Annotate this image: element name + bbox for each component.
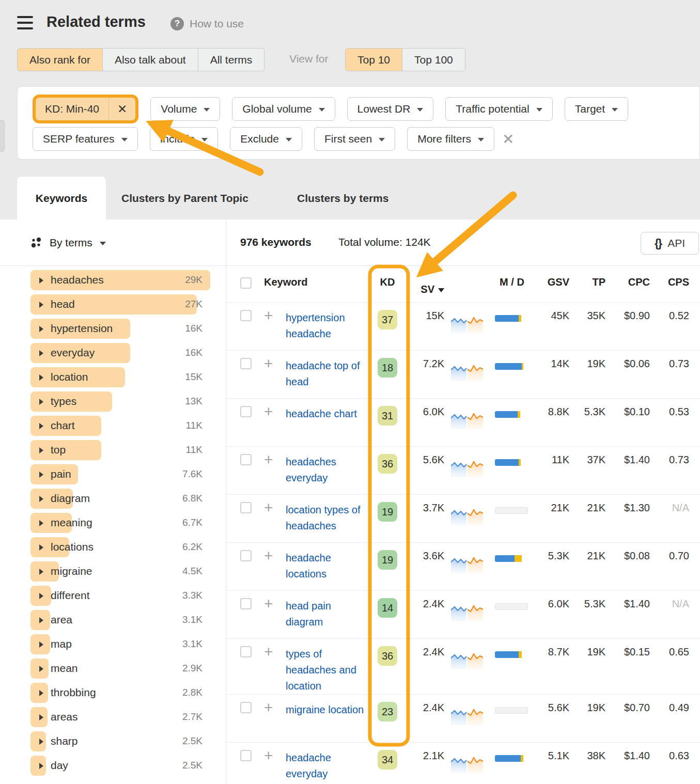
expand-caret-icon[interactable]: [39, 326, 43, 332]
add-to-list-icon[interactable]: +: [264, 499, 273, 516]
row-checkbox[interactable]: [240, 702, 252, 713]
expand-caret-icon[interactable]: [39, 423, 43, 429]
group-by-terms-dropdown[interactable]: By terms: [31, 237, 106, 249]
tab-clusters-by-parent-topic[interactable]: Clusters by Parent Topic: [121, 177, 248, 220]
filter-include[interactable]: Include: [150, 127, 219, 151]
keyword-link[interactable]: headaches everyday: [286, 456, 336, 483]
row-checkbox[interactable]: [240, 406, 252, 417]
add-to-list-icon[interactable]: +: [264, 595, 273, 612]
table-row[interactable]: + hypertension headache 37 15K: [226, 302, 700, 350]
filter-traffic-potential[interactable]: Traffic potential: [445, 97, 552, 121]
term-list-item[interactable]: different 3.3K: [30, 586, 203, 606]
expand-caret-icon[interactable]: [39, 739, 43, 745]
filter-global-volume[interactable]: Global volume: [232, 97, 335, 121]
expand-caret-icon[interactable]: [39, 496, 43, 502]
term-list-item[interactable]: everyday 16K: [30, 343, 203, 363]
keyword-link[interactable]: headache chart: [286, 408, 361, 419]
row-checkbox[interactable]: [240, 750, 252, 761]
row-checkbox[interactable]: [240, 454, 252, 465]
expand-caret-icon[interactable]: [39, 714, 43, 720]
expand-caret-icon[interactable]: [39, 277, 43, 284]
menu-icon[interactable]: [17, 16, 33, 29]
expand-caret-icon[interactable]: [39, 641, 43, 648]
expand-caret-icon[interactable]: [39, 544, 43, 551]
expand-caret-icon[interactable]: [39, 350, 43, 356]
expand-caret-icon[interactable]: [39, 617, 43, 623]
table-row[interactable]: + headaches everyday 36 5.6K: [226, 446, 700, 494]
term-list-item[interactable]: headaches 29K: [30, 270, 203, 290]
term-list-item[interactable]: migraine 4.5K: [30, 561, 203, 582]
range-top-10[interactable]: Top 10: [346, 49, 402, 71]
expand-caret-icon[interactable]: [39, 763, 43, 769]
keyword-link[interactable]: location types of headaches: [286, 504, 361, 531]
expand-caret-icon[interactable]: [39, 447, 43, 453]
table-row[interactable]: + head pain diagram 14 2.4K: [226, 590, 700, 638]
filter-more-filters[interactable]: More filters: [407, 127, 494, 151]
table-row[interactable]: + location types of headaches 19 3.7K: [226, 494, 700, 542]
term-list-item[interactable]: diagram 6.8K: [30, 489, 203, 509]
term-list-item[interactable]: sharp 2.5K: [30, 731, 203, 751]
table-row[interactable]: + headache locations 19 3.6K: [226, 542, 700, 590]
term-list-item[interactable]: chart 11K: [30, 416, 203, 436]
term-list-item[interactable]: mean 2.9K: [30, 658, 203, 679]
add-to-list-icon[interactable]: +: [264, 643, 273, 660]
add-to-list-icon[interactable]: +: [264, 403, 273, 420]
add-to-list-icon[interactable]: +: [264, 307, 273, 324]
term-list-item[interactable]: throbbing 2.8K: [30, 683, 203, 703]
filter-lowest-dr[interactable]: Lowest DR: [347, 97, 434, 121]
term-list-item[interactable]: head 27K: [30, 294, 203, 315]
api-button[interactable]: {} API: [641, 232, 699, 255]
add-to-list-icon[interactable]: +: [264, 699, 273, 716]
filter-first-seen[interactable]: First seen: [314, 127, 395, 151]
term-list-item[interactable]: day 2.5K: [30, 756, 203, 776]
row-checkbox[interactable]: [240, 502, 252, 513]
expand-caret-icon[interactable]: [39, 593, 43, 599]
keyword-link[interactable]: headache everyday: [286, 752, 332, 779]
mode-also-rank-for[interactable]: Also rank for: [18, 49, 103, 71]
row-checkbox[interactable]: [240, 358, 252, 369]
keyword-link[interactable]: headache locations: [286, 552, 331, 579]
mode-all-terms[interactable]: All terms: [198, 49, 265, 71]
add-to-list-icon[interactable]: +: [264, 451, 273, 468]
expand-caret-icon[interactable]: [39, 569, 43, 575]
term-list-item[interactable]: areas 2.7K: [30, 707, 203, 727]
keyword-link[interactable]: head pain diagram: [286, 600, 331, 628]
table-row[interactable]: + headache chart 31 6.0K: [226, 398, 700, 446]
term-list-item[interactable]: types 13K: [30, 391, 203, 412]
term-list-item[interactable]: pain 7.6K: [30, 464, 203, 484]
table-row[interactable]: + migraine location 23 2.4K: [226, 694, 700, 742]
table-row[interactable]: + types of headaches and location 36 2.4…: [226, 638, 700, 694]
row-checkbox[interactable]: [240, 646, 252, 657]
kd-filter-remove-icon[interactable]: ✕: [108, 98, 135, 120]
expand-caret-icon[interactable]: [39, 690, 43, 696]
filter-serp-features[interactable]: SERP features: [33, 127, 138, 151]
expand-caret-icon[interactable]: [39, 302, 43, 308]
keyword-link[interactable]: headache top of head: [286, 360, 360, 387]
term-list-item[interactable]: hypertension 16K: [30, 319, 203, 339]
how-to-use-link[interactable]: ? How to use: [170, 17, 244, 30]
tab-keywords[interactable]: Keywords: [17, 177, 106, 220]
filter-target[interactable]: Target: [565, 97, 628, 121]
expand-caret-icon[interactable]: [39, 472, 43, 478]
keyword-link[interactable]: hypertension headache: [286, 312, 345, 339]
mode-also-talk-about[interactable]: Also talk about: [103, 49, 198, 71]
expand-caret-icon[interactable]: [39, 520, 43, 526]
term-list-item[interactable]: meaning 6.7K: [30, 513, 203, 533]
add-to-list-icon[interactable]: +: [264, 747, 273, 764]
row-checkbox[interactable]: [240, 598, 252, 609]
table-row[interactable]: + headache top of head 18 7.2K: [226, 350, 700, 398]
row-checkbox[interactable]: [240, 550, 252, 561]
keyword-link[interactable]: migraine location: [286, 704, 368, 715]
term-list-item[interactable]: locations 6.2K: [30, 537, 203, 557]
expand-caret-icon[interactable]: [39, 399, 43, 405]
term-list-item[interactable]: location 15K: [30, 367, 203, 387]
filter-volume[interactable]: Volume: [150, 97, 220, 121]
expand-caret-icon[interactable]: [39, 666, 43, 672]
term-list-item[interactable]: top 11K: [30, 440, 203, 460]
table-row[interactable]: + headache everyday 34 2.1K: [226, 742, 700, 784]
expand-caret-icon[interactable]: [39, 374, 43, 381]
col-sv-sort[interactable]: SV: [404, 276, 444, 302]
add-to-list-icon[interactable]: +: [264, 547, 273, 564]
term-list-item[interactable]: map 3.1K: [30, 634, 203, 654]
add-to-list-icon[interactable]: +: [264, 355, 273, 372]
